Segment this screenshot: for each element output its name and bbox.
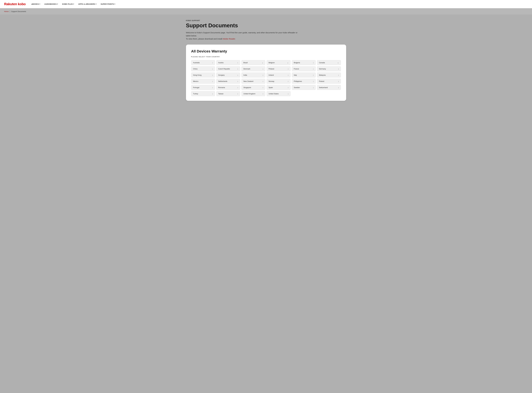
country-name: France: [294, 68, 312, 70]
nav-ebooks-chevron: ▾: [40, 3, 40, 5]
country-button[interactable]: Italy↓: [292, 73, 316, 78]
country-name: China: [193, 68, 211, 70]
country-button[interactable]: Taiwan↓: [216, 91, 240, 96]
country-button[interactable]: Belgium⌄: [267, 60, 290, 65]
country-button[interactable]: Canada⌄: [317, 60, 341, 65]
country-name: United States: [268, 93, 287, 95]
download-icon: ↓: [338, 68, 339, 70]
country-button[interactable]: Hungary↓: [216, 73, 240, 78]
country-button[interactable]: Sweden↓: [292, 85, 316, 90]
country-button[interactable]: Norway↓: [267, 79, 290, 84]
country-button[interactable]: Hong Kong↓: [191, 73, 215, 78]
country-button[interactable]: United States↓: [267, 91, 290, 96]
country-button[interactable]: France↓: [292, 66, 316, 71]
warranty-card: All Devices Warranty PLEASE SELECT YOUR …: [186, 44, 346, 101]
country-name: Ireland: [268, 74, 287, 76]
country-name: Italy: [294, 74, 312, 76]
country-name: Spain: [268, 87, 287, 88]
download-icon: ↓: [212, 68, 213, 70]
country-button[interactable]: Turkey↓: [191, 91, 215, 96]
country-button[interactable]: India↓: [241, 73, 265, 78]
download-icon: ↓: [237, 68, 238, 70]
country-button[interactable]: Philippines↓: [292, 79, 316, 84]
nav-apps[interactable]: APPS & eREADERS ▾: [77, 2, 98, 6]
warranty-card-title: All Devices Warranty: [191, 49, 341, 53]
country-name: Sweden: [294, 87, 312, 88]
nav-koboplus[interactable]: KOBO PLUS ▾: [60, 2, 75, 6]
nav-audiobooks-label: AUDIOBOOKS: [44, 3, 57, 5]
download-icon: ↓: [263, 74, 263, 76]
adobe-reader-link[interactable]: Adobe Reader.: [223, 38, 236, 40]
country-button[interactable]: Switzerland↓: [317, 85, 341, 90]
nav-ebooks-label: eBOOKS: [31, 3, 39, 5]
nav-ebooks[interactable]: eBOOKS ▾: [30, 2, 42, 6]
download-icon: ↓: [288, 86, 289, 88]
download-icon: ↓: [237, 80, 238, 82]
country-name: Czech Republic: [218, 68, 236, 70]
country-button[interactable]: Romania↓: [216, 85, 240, 90]
country-button[interactable]: Poland↓: [317, 79, 341, 84]
country-button[interactable]: New Zealand↓: [241, 79, 265, 84]
download-icon: ↓: [313, 80, 314, 82]
nav-superpoints-chevron: ▾: [114, 3, 115, 5]
main-nav: eBOOKS ▾ AUDIOBOOKS ▾ KOBO PLUS ▾ APPS &…: [30, 2, 117, 6]
download-icon: ↓: [338, 74, 339, 76]
country-name: Switzerland: [319, 87, 337, 88]
site-header: Rakuten kobo eBOOKS ▾ AUDIOBOOKS ▾ KOBO …: [0, 0, 532, 8]
country-button[interactable]: Bulgaria↓: [292, 60, 316, 65]
country-grid: Australia↓Austria↓Brazil⌄Belgium⌄Bulgari…: [191, 60, 341, 96]
country-name: Belgium: [268, 62, 286, 64]
country-name: Hong Kong: [193, 74, 211, 76]
country-button[interactable]: Brazil⌄: [241, 60, 265, 65]
nav-superpoints[interactable]: SUPER POINTS ▾: [99, 2, 117, 6]
download-icon: ↓: [288, 93, 289, 95]
country-button[interactable]: Austria↓: [216, 60, 240, 65]
country-name: Hungary: [218, 74, 236, 76]
download-icon: ↓: [263, 80, 263, 82]
nav-apps-label: APPS & eREADERS: [78, 3, 95, 5]
page-title: Support Documents: [186, 23, 346, 29]
main-content: KOBO SUPPORT Support Documents Welcome t…: [0, 15, 532, 106]
download-icon: ↓: [212, 93, 213, 95]
breadcrumb-home-link[interactable]: Home: [4, 10, 9, 12]
download-icon: ↓: [338, 86, 339, 88]
chevron-down-icon: ⌄: [287, 62, 289, 64]
download-icon: ↓: [288, 80, 289, 82]
country-button[interactable]: China↓: [191, 66, 215, 71]
country-button[interactable]: Ireland↓: [267, 73, 290, 78]
chevron-down-icon: ⌄: [337, 62, 339, 64]
country-name: Taiwan: [218, 93, 236, 95]
country-button[interactable]: Mexico↓: [191, 79, 215, 84]
country-select-label: PLEASE SELECT YOUR COUNTRY:: [191, 56, 341, 58]
download-icon: ↓: [313, 62, 314, 64]
country-name: Romania: [218, 87, 236, 88]
logo[interactable]: Rakuten kobo: [4, 2, 26, 6]
country-button[interactable]: Spain↓: [267, 85, 290, 90]
country-button[interactable]: Malaysia↓: [317, 73, 341, 78]
country-button[interactable]: Czech Republic↓: [216, 66, 240, 71]
country-button[interactable]: United Kingdom↓: [241, 91, 265, 96]
country-name: Netherlands: [218, 80, 236, 82]
description-text-2: To view them, please download and instal…: [186, 38, 223, 40]
download-icon: ↓: [212, 86, 213, 88]
country-button[interactable]: Finland↓: [267, 66, 290, 71]
country-name: Finland: [268, 68, 287, 70]
download-icon: ↓: [237, 74, 238, 76]
download-icon: ↓: [338, 80, 339, 82]
country-button[interactable]: Portugal↓: [191, 85, 215, 90]
nav-superpoints-label: SUPER POINTS: [101, 3, 114, 5]
country-name: Brazil: [243, 62, 261, 64]
country-button[interactable]: Netherlands↓: [216, 79, 240, 84]
country-name: Portugal: [193, 87, 211, 88]
country-name: Malaysia: [319, 74, 337, 76]
download-icon: ↓: [263, 86, 263, 88]
logo-text: Rakuten kobo: [4, 2, 26, 6]
breadcrumb: Home | Support Documents: [0, 8, 532, 15]
download-icon: ↓: [288, 74, 289, 76]
country-name: Norway: [268, 80, 287, 82]
country-button[interactable]: Australia↓: [191, 60, 215, 65]
nav-audiobooks[interactable]: AUDIOBOOKS ▾: [43, 2, 60, 6]
country-button[interactable]: Singapore↓: [241, 85, 265, 90]
country-button[interactable]: Denmark↓: [241, 66, 265, 71]
country-button[interactable]: Germany↓: [317, 66, 341, 71]
